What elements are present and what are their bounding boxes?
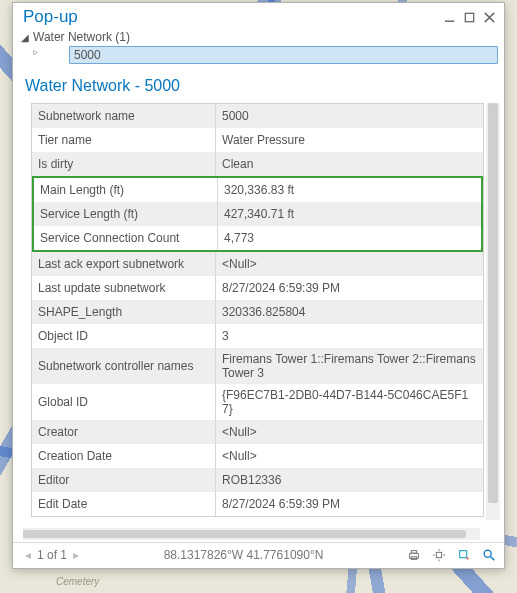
- statusbar: ◂ 1 of 1 ▸ 88.1317826°W 41.7761090°N: [13, 542, 504, 568]
- svg-rect-7: [436, 552, 441, 557]
- tree-child-row[interactable]: ▹ 5000: [19, 45, 498, 65]
- pager-text: 1 of 1: [35, 548, 69, 562]
- attr-value: 3: [216, 324, 483, 348]
- highlighted-attributes: Main Length (ft)320,336.83 ftService Len…: [32, 176, 483, 252]
- table-row[interactable]: Last update subnetwork8/27/2024 6:59:39 …: [32, 276, 483, 300]
- table-row[interactable]: SHAPE_Length320336.825804: [32, 300, 483, 324]
- attr-value: 427,340.71 ft: [218, 202, 481, 226]
- svg-point-14: [484, 550, 491, 557]
- tree-root-row[interactable]: ◢ Water Network (1): [19, 29, 498, 45]
- attr-key: Service Length (ft): [34, 202, 218, 226]
- attr-key: Service Connection Count: [34, 226, 218, 250]
- table-row[interactable]: Creation Date<Null>: [32, 444, 483, 468]
- table-row[interactable]: Subnetwork controller namesFiremans Towe…: [32, 348, 483, 384]
- popup-title: Pop-up: [23, 7, 438, 27]
- pager-prev-button[interactable]: ◂: [23, 548, 33, 562]
- horizontal-scrollbar[interactable]: [23, 528, 480, 540]
- vertical-scrollbar-thumb[interactable]: [488, 103, 498, 503]
- attr-key: Main Length (ft): [34, 178, 218, 202]
- attr-value: <Null>: [216, 252, 483, 276]
- attr-value: 320,336.83 ft: [218, 178, 481, 202]
- attribute-table: Subnetwork name5000Tier nameWater Pressu…: [31, 103, 484, 517]
- flash-icon[interactable]: [431, 547, 446, 562]
- attr-key: Editor: [32, 468, 216, 492]
- feature-title: Water Network - 5000: [25, 77, 494, 95]
- svg-rect-5: [411, 550, 416, 553]
- attr-value: 5000: [216, 104, 483, 128]
- attr-key: Object ID: [32, 324, 216, 348]
- svg-rect-12: [459, 550, 466, 557]
- attr-key: Last ack export subnetwork: [32, 252, 216, 276]
- svg-point-13: [466, 557, 468, 559]
- attr-value: {F96EC7B1-2DB0-44D7-B144-5C046CAE5F17}: [216, 384, 483, 420]
- select-icon[interactable]: [456, 547, 471, 562]
- attr-key: SHAPE_Length: [32, 300, 216, 324]
- attr-value: Clean: [216, 152, 483, 176]
- table-row[interactable]: Subnetwork name5000: [32, 104, 483, 128]
- attr-key: Is dirty: [32, 152, 216, 176]
- table-row[interactable]: Is dirtyClean: [32, 152, 483, 176]
- tree-root-label: Water Network (1): [33, 30, 130, 44]
- attr-value: <Null>: [216, 444, 483, 468]
- table-row[interactable]: Tier nameWater Pressure: [32, 128, 483, 152]
- zoom-icon[interactable]: [481, 547, 496, 562]
- table-row[interactable]: Edit Date8/27/2024 6:59:39 PM: [32, 492, 483, 516]
- feature-title-area: Water Network - 5000: [13, 67, 504, 103]
- attr-value: Firemans Tower 1::Firemans Tower 2::Fire…: [216, 348, 483, 384]
- attr-value: 8/27/2024 6:59:39 PM: [216, 492, 483, 516]
- attr-key: Subnetwork name: [32, 104, 216, 128]
- table-row[interactable]: Last ack export subnetwork<Null>: [32, 252, 483, 276]
- table-row[interactable]: Creator<Null>: [32, 420, 483, 444]
- table-row[interactable]: Global ID{F96EC7B1-2DB0-44D7-B144-5C046C…: [32, 384, 483, 420]
- attr-value: 8/27/2024 6:59:39 PM: [216, 276, 483, 300]
- table-row[interactable]: Service Connection Count4,773: [34, 226, 481, 250]
- attr-key: Tier name: [32, 128, 216, 152]
- maximize-button[interactable]: [460, 8, 478, 26]
- table-row[interactable]: Object ID3: [32, 324, 483, 348]
- table-row[interactable]: Main Length (ft)320,336.83 ft: [34, 178, 481, 202]
- tree-selected-label: 5000: [74, 48, 101, 62]
- table-row[interactable]: EditorROB12336: [32, 468, 483, 492]
- attr-key: Last update subnetwork: [32, 276, 216, 300]
- coordinates-display: 88.1317826°W 41.7761090°N: [87, 548, 400, 562]
- popup-titlebar[interactable]: Pop-up: [13, 3, 504, 29]
- attr-key: Edit Date: [32, 492, 216, 516]
- svg-rect-1: [465, 13, 473, 21]
- minimize-button[interactable]: [440, 8, 458, 26]
- svg-line-15: [490, 556, 494, 560]
- expand-arrow-icon[interactable]: ◢: [21, 32, 31, 43]
- pager-next-button[interactable]: ▸: [71, 548, 81, 562]
- popup-panel: Pop-up ◢ Water Network (1) ▹ 5000 Water …: [12, 2, 505, 569]
- pager: ◂ 1 of 1 ▸: [23, 548, 81, 562]
- attr-key: Global ID: [32, 384, 216, 420]
- attr-key: Subnetwork controller names: [32, 348, 216, 384]
- attribute-table-viewport: Subnetwork name5000Tier nameWater Pressu…: [13, 103, 504, 528]
- status-toolbar: [406, 547, 496, 562]
- attr-value: Water Pressure: [216, 128, 483, 152]
- feature-tree: ◢ Water Network (1) ▹ 5000: [13, 29, 504, 67]
- vertical-scrollbar[interactable]: [486, 103, 500, 520]
- horizontal-scrollbar-thumb[interactable]: [23, 530, 466, 538]
- collapse-arrow-icon[interactable]: ▹: [33, 46, 43, 64]
- close-button[interactable]: [480, 8, 498, 26]
- attr-key: Creator: [32, 420, 216, 444]
- attr-value: 4,773: [218, 226, 481, 250]
- attr-key: Creation Date: [32, 444, 216, 468]
- attr-value: 320336.825804: [216, 300, 483, 324]
- attr-value: ROB12336: [216, 468, 483, 492]
- tree-selected-item[interactable]: 5000: [69, 46, 498, 64]
- table-row[interactable]: Service Length (ft)427,340.71 ft: [34, 202, 481, 226]
- print-icon[interactable]: [406, 547, 421, 562]
- attr-value: <Null>: [216, 420, 483, 444]
